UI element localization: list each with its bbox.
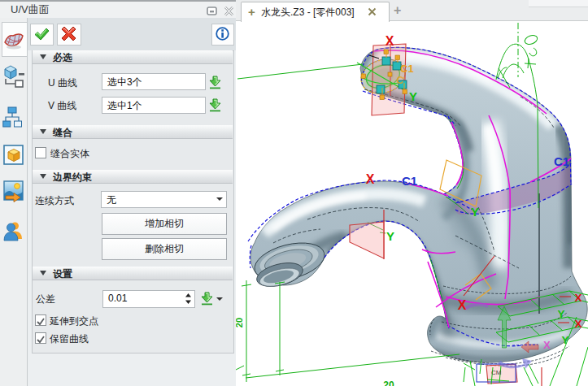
svg-text:20: 20	[236, 318, 244, 327]
svg-text:Y: Y	[386, 229, 394, 243]
svg-text:CM: CM	[491, 369, 502, 376]
svg-text:X: X	[574, 318, 581, 330]
svg-text:X: X	[385, 34, 394, 48]
svg-text:X: X	[574, 292, 581, 304]
svg-text:C1: C1	[400, 63, 414, 75]
svg-text:Y: Y	[557, 308, 564, 320]
svg-text:Y: Y	[409, 89, 417, 103]
svg-text:X: X	[458, 298, 467, 312]
svg-text:Y: Y	[561, 334, 568, 346]
svg-text:C1: C1	[402, 174, 417, 188]
svg-text:C: C	[396, 74, 404, 86]
svg-text:X: X	[543, 339, 551, 351]
svg-text:C1: C1	[554, 154, 569, 168]
svg-text:X: X	[366, 172, 375, 186]
svg-text:20: 20	[383, 379, 394, 386]
svg-text:Y: Y	[471, 205, 479, 219]
